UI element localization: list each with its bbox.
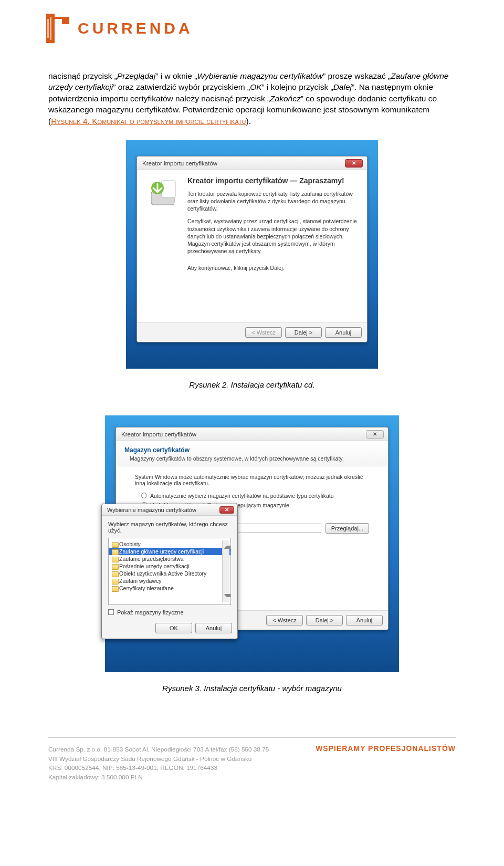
svg-rect-1 xyxy=(47,19,49,38)
cancel-button[interactable]: Anuluj xyxy=(325,327,362,338)
figure-2-caption: Rysunek 3. Instalacja certyfikatu - wybó… xyxy=(0,684,504,693)
radio-icon xyxy=(141,493,147,498)
wizard-paragraph-3: Aby kontynuować, kliknij przycisk Dalej. xyxy=(187,264,360,272)
cancel-button[interactable]: Anuluj xyxy=(195,623,232,633)
screenshot-1-frame: Kreator importu certyfikatów ✕ Kreator i… xyxy=(126,140,378,369)
page-footer: Currenda Sp. z o.o. 81-853 Sopot Al. Nie… xyxy=(0,726,504,804)
tree-item[interactable]: Zaufane główne urzędy certyfikacji xyxy=(109,548,230,555)
footer-line-2: VIII Wydział Gospodarczy Sadu Rejonowego… xyxy=(48,755,456,764)
dialog-prompt: Wybierz magazyn certyfikatów, którego ch… xyxy=(108,521,231,534)
wizard-paragraph-2: Certyfikat, wystawiany przez urząd certy… xyxy=(187,217,360,255)
wizard-title: Kreator importu certyfikatów xyxy=(121,431,196,437)
instruction-paragraph: nacisnąć przycisk „Przeglądaj” i w oknie… xyxy=(0,70,504,127)
wizard-intro-text: System Windows może automatycznie wybrać… xyxy=(135,474,369,486)
next-button[interactable]: Dalej > xyxy=(306,615,343,625)
back-button: < Wstecz xyxy=(245,327,282,338)
tree-item[interactable]: Pośrednie urzędy certyfikacji xyxy=(109,562,230,570)
tree-item[interactable]: Zaufanie przedsiębiorstwa xyxy=(109,555,230,562)
cert-import-wizard-welcome: Kreator importu certyfikatów ✕ Kreator i… xyxy=(136,156,368,342)
tree-item[interactable]: Obiekt użytkownika Active Directory xyxy=(109,570,230,577)
figure-1-caption: Rysunek 2. Instalacja certyfikatu cd. xyxy=(0,380,504,389)
brand-name: CURRENDA xyxy=(78,19,193,37)
radio-label: Automatycznie wybierz magazyn certyfikat… xyxy=(150,493,334,499)
browse-button[interactable]: Przeglądaj... xyxy=(326,523,369,534)
checkbox-label: Pokaż magazyny fizyczne xyxy=(117,609,184,615)
wizard-step-heading: Magazyn certyfikatów xyxy=(124,446,380,454)
wizard-title: Kreator importu certyfikatów xyxy=(142,160,217,166)
wizard-heading: Kreator importu certyfikatów — Zapraszam… xyxy=(187,176,360,185)
figure-reference-link[interactable]: Rysunek 4. Komunikat o pomyślnym imporci… xyxy=(51,117,246,126)
currenda-logo-icon xyxy=(46,14,70,43)
checkbox-icon xyxy=(108,609,114,615)
cancel-button[interactable]: Anuluj xyxy=(346,615,383,625)
tree-item[interactable]: Zaufani wydawcy xyxy=(109,577,230,585)
wizard-step-subheading: Magazyny certyfikatów to obszary systemo… xyxy=(130,455,380,462)
screenshot-2-frame: Kreator importu certyfikatów ✕ Magazyn c… xyxy=(105,415,399,672)
store-tree[interactable]: Osobisty Zaufane główne urzędy certyfika… xyxy=(108,538,231,605)
footer-tagline: WSPIERAMY PROFESJONALISTÓW xyxy=(316,744,456,753)
tree-item[interactable]: Certyfikaty niezaufane xyxy=(109,585,230,592)
close-icon[interactable]: ✕ xyxy=(366,430,384,439)
cert-import-wizard-store: Kreator importu certyfikatów ✕ Magazyn c… xyxy=(116,427,388,630)
back-button[interactable]: < Wstecz xyxy=(266,615,303,625)
svg-rect-4 xyxy=(162,181,175,197)
tree-item[interactable]: Osobisty xyxy=(109,540,230,548)
footer-line-4: Kapitał zakładowy: 3 500 000 PLN xyxy=(48,773,456,782)
ok-button[interactable]: OK xyxy=(155,623,192,633)
dialog-title: Wybieranie magazynu certyfikatów xyxy=(107,507,196,513)
close-icon[interactable]: ✕ xyxy=(219,506,234,514)
wizard-paragraph-1: Ten kreator pozwala kopiować certyfikaty… xyxy=(187,190,360,213)
wizard-cert-icon xyxy=(144,176,181,318)
next-button[interactable]: Dalej > xyxy=(285,327,322,338)
scrollbar[interactable] xyxy=(222,540,229,602)
brand-header: CURRENDA xyxy=(0,0,504,70)
radio-auto-select[interactable]: Automatycznie wybierz magazyn certyfikat… xyxy=(141,493,369,499)
svg-rect-2 xyxy=(50,17,51,40)
show-physical-stores-checkbox[interactable]: Pokaż magazyny fizyczne xyxy=(108,609,231,615)
select-store-dialog: Wybieranie magazynu certyfikatów ✕ Wybie… xyxy=(101,504,238,639)
close-icon[interactable]: ✕ xyxy=(345,159,363,168)
footer-line-3: KRS: 0000052544, NIP: 585-13-49-001; REG… xyxy=(48,764,456,773)
